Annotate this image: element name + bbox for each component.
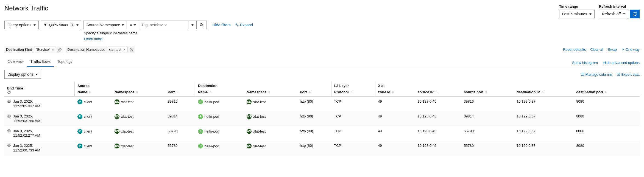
col-src-name[interactable]: Name⇅ (75, 88, 112, 97)
close-circle-icon (129, 48, 133, 52)
col-end-time[interactable]: End Time ↑ (4, 82, 75, 97)
protocol: TCP (331, 97, 375, 111)
display-options-dropdown[interactable]: Display options (4, 70, 41, 79)
filter-value-input[interactable] (139, 21, 188, 29)
learn-more-link[interactable]: Learn more (84, 37, 102, 41)
export-data-link[interactable]: Export data (617, 72, 640, 77)
protocol: TCP (331, 141, 375, 156)
col-src-namespace-label: Namespace (115, 90, 134, 94)
col-zone-id[interactable]: zone id⇅ (375, 88, 415, 97)
namespace-badge-icon: NS (115, 144, 119, 148)
col-source-port[interactable]: source port⇅ (461, 88, 514, 97)
tab-overview[interactable]: Overview (4, 57, 27, 67)
namespace-badge-icon: NS (247, 129, 252, 134)
chevron-down-icon (623, 13, 625, 15)
protocol: TCP (331, 111, 375, 126)
flows-table: End Time ↑ Source Destination L3 Layer X… (4, 82, 640, 156)
table-row[interactable]: Jan 3, 2025,11:52:02.277 AMPclientNSxlat… (4, 126, 640, 141)
pod-badge-icon: P (77, 99, 82, 104)
end-time-date: Jan 3, 2025, (13, 99, 40, 104)
x-destination-port: 8080 (573, 111, 640, 126)
help-icon[interactable] (7, 90, 72, 94)
dst-port: http (80) (297, 97, 331, 111)
sort-icon: ⇅ (542, 91, 544, 94)
pod-badge-icon: P (77, 114, 82, 119)
hide-filters-link[interactable]: Hide filters (212, 23, 230, 27)
display-options-label: Display options (7, 72, 34, 77)
query-options-dropdown[interactable]: Query options (4, 21, 39, 29)
close-circle-icon (58, 48, 62, 52)
src-namespace: xlat-test (121, 100, 134, 104)
expand-link[interactable]: Expand (235, 23, 253, 27)
search-icon (200, 23, 203, 27)
col-dst-name[interactable]: Name⇅ (195, 88, 244, 97)
reset-defaults-link[interactable]: Reset defaults (563, 47, 586, 52)
src-name: client (84, 144, 92, 148)
table-row[interactable]: Jan 3, 2025,11:52:05.337 AMPclientNSxlat… (4, 97, 640, 111)
chevron-down-icon (76, 24, 79, 26)
end-time-clock: 11:52:05.337 AM (13, 104, 40, 109)
filter-field-dropdown[interactable]: Source Namespace (83, 21, 127, 29)
col-dst-port[interactable]: Port⇅ (297, 88, 331, 97)
dst-name: hello-pod (205, 144, 219, 148)
chip: "Service" (34, 47, 57, 52)
filter-hint: Specify a single kubernetes name. (83, 30, 207, 35)
manage-columns-link[interactable]: Manage columns (581, 72, 613, 77)
show-histogram-link[interactable]: Show histogram (572, 61, 598, 65)
col-protocol-label: Protocol (334, 90, 349, 94)
dst-name: hello-pod (205, 100, 219, 104)
table-row[interactable]: Jan 3, 2025,11:52:03.786 AMPclientNSxlat… (4, 111, 640, 126)
x-destination-ip: 10.129.0.37 (514, 126, 573, 141)
quick-filters-dropdown[interactable]: Quick filters 1 (41, 21, 81, 29)
zone-id: 49 (375, 126, 415, 141)
refresh-button[interactable] (630, 10, 640, 18)
col-destination-port[interactable]: destination port⇅ (573, 88, 640, 97)
col-source-ip[interactable]: source IP⇅ (415, 88, 461, 97)
one-way-link[interactable]: One way (621, 47, 640, 52)
svg-rect-12 (581, 73, 584, 75)
table-row[interactable]: Jan 3, 2025,11:52:00.733 AMPclientNSxlat… (4, 141, 640, 156)
chip-remove-button[interactable] (123, 48, 126, 51)
col-group-xlat: Xlat (375, 82, 640, 88)
zone-id: 49 (375, 97, 415, 111)
tab-traffic-flows[interactable]: Traffic flows (27, 57, 54, 67)
manage-columns-label: Manage columns (586, 72, 613, 77)
clear-all-link[interactable]: Clear all (590, 47, 603, 52)
sort-icon: ⇅ (485, 91, 487, 94)
col-src-namespace[interactable]: Namespace⇅ (112, 88, 165, 97)
col-protocol[interactable]: Protocol⇅ (331, 88, 375, 97)
time-range-dropdown[interactable]: Last 5 minutes (559, 10, 595, 18)
end-time-clock: 11:52:03.786 AM (13, 119, 40, 123)
dst-name: hello-pod (205, 114, 219, 119)
filter-chip-group: Destination Namespacexlat-test (66, 46, 135, 53)
x-source-ip: 10.128.0.45 (415, 141, 461, 156)
filter-op-value: = (130, 23, 132, 27)
chip-group-remove-button[interactable] (58, 48, 62, 52)
filter-value-dropdown[interactable] (188, 21, 197, 29)
dst-namespace: xlat-test (253, 100, 266, 104)
tab-topology[interactable]: Topology (54, 57, 76, 67)
columns-icon (581, 72, 584, 76)
sort-icon: ⇅ (605, 91, 607, 94)
namespace-badge-icon: NS (247, 99, 252, 104)
filter-op-dropdown[interactable]: = (127, 21, 139, 29)
col-zone-id-label: zone id (378, 90, 391, 94)
chip-group-remove-button[interactable] (129, 48, 133, 52)
refresh-interval-label: Refresh interval (599, 4, 640, 9)
col-destination-port-label: destination port (576, 90, 603, 94)
filter-search-button[interactable] (197, 21, 207, 29)
col-dst-namespace[interactable]: Namespace⇅ (244, 88, 297, 97)
x-destination-port: 8080 (573, 141, 640, 156)
chevron-down-icon (134, 24, 136, 26)
swap-link[interactable]: Swap (608, 47, 617, 52)
filter-compound: Source Namespace = (83, 21, 207, 29)
hide-advanced-options-link[interactable]: Hide advanced options (603, 61, 640, 65)
expand-label: Expand (240, 23, 253, 27)
refresh-interval-dropdown[interactable]: Refresh off (599, 10, 628, 18)
x-source-port: 55780 (461, 141, 514, 156)
chip-remove-button[interactable] (52, 48, 54, 51)
sort-icon: ⇅ (89, 91, 91, 94)
col-src-port[interactable]: Port⇅ (165, 88, 195, 97)
service-badge-icon: S (198, 129, 203, 134)
col-destination-ip[interactable]: destination IP⇅ (514, 88, 573, 97)
